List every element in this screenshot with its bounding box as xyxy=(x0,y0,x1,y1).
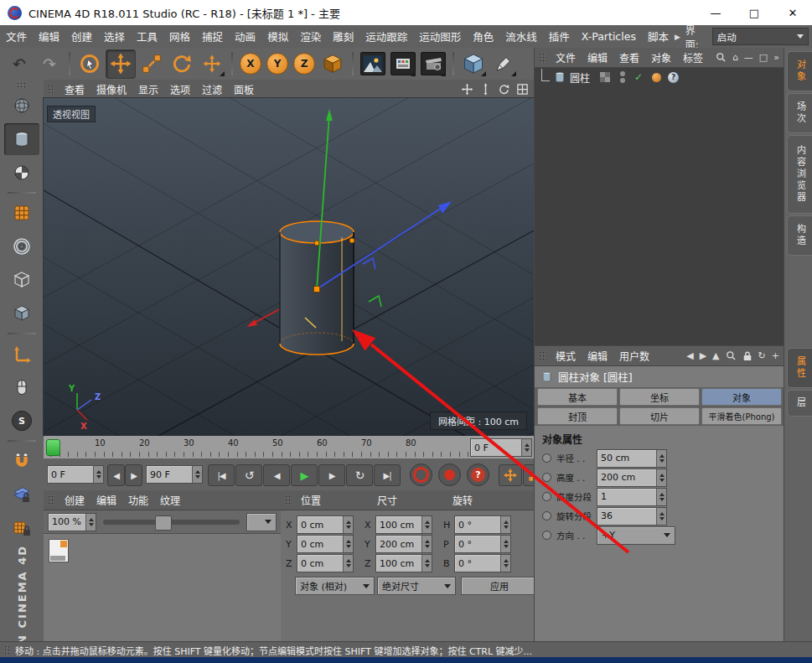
position-z-field[interactable]: 0 cm xyxy=(297,554,354,572)
panel-grip[interactable] xyxy=(48,85,54,95)
frame-back-button[interactable]: ◀ xyxy=(107,464,125,486)
rotate-tool-button[interactable] xyxy=(168,50,196,78)
keyframe-radio-icon[interactable] xyxy=(542,453,551,463)
viewport-view-label[interactable]: 透视视图 xyxy=(47,106,96,122)
stepper-icon[interactable] xyxy=(656,508,666,525)
menu-pipeline[interactable]: 流水线 xyxy=(499,25,543,48)
previous-frame-button[interactable]: ◀ xyxy=(263,464,290,486)
texture-mode-button[interactable] xyxy=(4,157,39,189)
lock-icon[interactable] xyxy=(742,350,753,361)
tab-slice[interactable]: 切片 xyxy=(619,407,700,425)
rotation-p-field[interactable]: 0 ° xyxy=(454,535,511,553)
maximize-button[interactable]: □ xyxy=(735,1,773,25)
om-menu-edit[interactable]: 编辑 xyxy=(582,49,613,66)
render-settings-button[interactable] xyxy=(419,50,447,78)
timeline-ruler[interactable]: 0 10 20 30 40 50 60 70 80 0 F xyxy=(44,436,534,459)
stepper-icon[interactable] xyxy=(85,514,96,531)
overflow-chevrons-icon[interactable]: » xyxy=(773,52,779,63)
vp-menu-view[interactable]: 查看 xyxy=(59,80,91,98)
lock-z-axis-button[interactable]: Z xyxy=(292,50,317,78)
collapse-arrow-icon[interactable]: ▶ xyxy=(675,33,680,41)
live-selection-button[interactable] xyxy=(75,50,104,78)
material-thumbnail[interactable] xyxy=(49,539,69,562)
menu-mograph[interactable]: 运动图形 xyxy=(413,25,467,48)
render-to-picture-viewer-button[interactable] xyxy=(389,50,417,78)
panel-grip[interactable] xyxy=(48,495,54,505)
search-icon[interactable] xyxy=(726,350,737,361)
apply-button[interactable]: 应用 xyxy=(461,577,538,595)
stepper-icon[interactable] xyxy=(422,555,432,572)
toggle-views-icon[interactable] xyxy=(516,83,529,96)
solo-mode-button[interactable] xyxy=(4,371,39,403)
radius-field[interactable]: 50 cm xyxy=(597,449,667,468)
menu-animate[interactable]: 动画 xyxy=(229,25,261,48)
rotation-segments-field[interactable]: 36 xyxy=(597,507,667,526)
parent-up-icon[interactable]: ▲ xyxy=(712,350,719,361)
menu-sculpt[interactable]: 雕刻 xyxy=(327,25,359,48)
last-tool-button[interactable] xyxy=(198,50,226,78)
minimize-button[interactable]: — xyxy=(696,1,735,25)
vp-menu-filter[interactable]: 过滤 xyxy=(196,80,228,98)
record-position-toggle[interactable] xyxy=(499,464,522,486)
snap-s-button[interactable]: S xyxy=(4,405,39,437)
home-icon[interactable]: ⌂ xyxy=(732,52,738,63)
menu-file[interactable]: 文件 xyxy=(0,25,33,48)
panel-grip[interactable] xyxy=(285,495,292,505)
tab-basic[interactable]: 基本 xyxy=(537,388,618,406)
add-spline-button[interactable] xyxy=(489,50,518,78)
stepper-icon[interactable] xyxy=(500,536,510,552)
history-forward-icon[interactable]: ▶ xyxy=(700,350,706,361)
render-view-button[interactable] xyxy=(359,50,387,78)
position-x-field[interactable]: 0 cm xyxy=(297,515,354,534)
points-mode-button[interactable] xyxy=(4,197,39,229)
position-mode-dropdown[interactable]: 对象 (相对) xyxy=(295,577,375,595)
menu-tools[interactable]: 工具 xyxy=(131,25,163,48)
mm-menu-texture[interactable]: 纹理 xyxy=(154,491,186,509)
previous-key-button[interactable]: ↺ xyxy=(235,464,262,486)
goto-end-button[interactable]: ▶| xyxy=(374,464,401,486)
vp-menu-cameras[interactable]: 摄像机 xyxy=(91,80,132,98)
edge-mode-button[interactable] xyxy=(4,230,39,262)
coordinate-system-button[interactable] xyxy=(318,50,347,78)
menu-mesh[interactable]: 网格 xyxy=(163,25,196,48)
height-segments-field[interactable]: 1 xyxy=(597,488,667,506)
panel-grip[interactable] xyxy=(4,645,11,655)
snap-magnet-button[interactable] xyxy=(4,445,39,477)
keyframe-radio-icon[interactable] xyxy=(542,492,551,501)
menu-simulate[interactable]: 模拟 xyxy=(261,25,294,48)
polygon-mode-button[interactable] xyxy=(4,264,39,296)
workplane-lock-button[interactable] xyxy=(4,479,39,510)
visibility-toggle[interactable] xyxy=(620,71,625,83)
new-window-icon[interactable]: + xyxy=(772,350,779,361)
dock-tab-content-browser[interactable]: 内容浏览器 xyxy=(787,135,812,214)
am-menu-mode[interactable]: 模式 xyxy=(550,347,582,365)
menu-snap[interactable]: 捕捉 xyxy=(196,25,229,48)
autokey-button[interactable] xyxy=(438,464,461,486)
next-frame-button[interactable]: ▶ xyxy=(318,464,345,486)
object-name-label[interactable]: 圆柱 xyxy=(570,70,590,85)
stepper-icon[interactable] xyxy=(422,516,432,533)
object-row-cylinder[interactable]: 圆柱 ✓ ? xyxy=(535,68,784,86)
vp-menu-display[interactable]: 显示 xyxy=(132,80,164,98)
material-zoom-field[interactable]: 100 % xyxy=(48,513,96,531)
stepper-icon[interactable] xyxy=(500,555,510,572)
size-z-field[interactable]: 100 cm xyxy=(375,554,432,572)
size-y-field[interactable]: 200 cm xyxy=(375,535,432,553)
vp-menu-options[interactable]: 选项 xyxy=(164,80,196,98)
goto-start-button[interactable]: |◀ xyxy=(208,464,235,486)
material-view-dropdown[interactable] xyxy=(246,513,277,531)
phong-tag-icon[interactable]: ? xyxy=(668,72,679,83)
zoom-view-icon[interactable] xyxy=(479,83,492,96)
om-menu-objects[interactable]: 对象 xyxy=(645,49,677,66)
frame-forward-button[interactable]: ▶ xyxy=(125,464,142,486)
dock-tab-layers[interactable]: 层 xyxy=(787,390,812,417)
tab-phong[interactable]: 平滑着色(Phong) xyxy=(701,407,782,425)
cycle-icon[interactable]: ↻ xyxy=(758,350,766,361)
tab-coordinates[interactable]: 坐标 xyxy=(619,388,700,406)
end-frame-field[interactable]: 90 F xyxy=(146,465,203,484)
viewport-3d-canvas[interactable]: Y Z X 透视视图 网格间距 : 100 cm xyxy=(44,98,534,436)
object-mode-button[interactable] xyxy=(4,298,39,329)
stepper-icon[interactable] xyxy=(656,469,666,486)
stepper-icon[interactable] xyxy=(343,536,353,552)
tab-object[interactable]: 对象 xyxy=(701,388,782,406)
